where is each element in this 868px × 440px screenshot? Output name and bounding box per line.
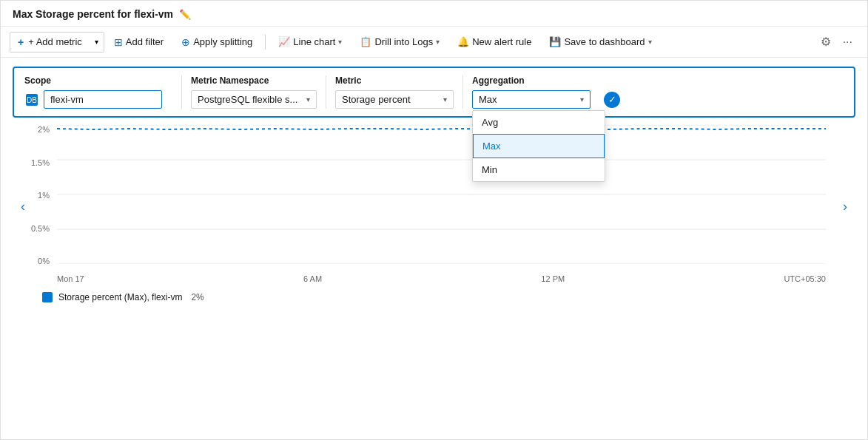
toolbar-right: ⚙ ··· <box>815 31 858 53</box>
aggregation-value: Max <box>479 94 497 105</box>
logs-icon: 📋 <box>360 36 371 47</box>
chevron-metric: ▾ <box>443 95 447 104</box>
ellipsis-icon: ··· <box>843 35 852 49</box>
metric-field: Metric Storage percent ▾ <box>335 75 454 109</box>
chevron-down-icon-3: ▾ <box>436 38 440 46</box>
dropdown-item-min[interactable]: Min <box>473 158 605 181</box>
settings-button[interactable]: ⚙ <box>815 31 837 53</box>
add-filter-button[interactable]: ⊞ Add filter <box>106 32 172 53</box>
y-label-15pct: 1.5% <box>24 158 54 167</box>
field-separator-2 <box>326 75 326 109</box>
legend-color-swatch <box>42 292 53 302</box>
chevron-down-icon: ▾ <box>95 38 98 46</box>
apply-splitting-button[interactable]: ⊕ Apply splitting <box>173 32 260 53</box>
apply-splitting-label: Apply splitting <box>193 36 252 47</box>
split-icon: ⊕ <box>181 36 190 48</box>
edit-title-icon[interactable]: ✏️ <box>179 9 191 20</box>
chart-svg <box>57 125 826 264</box>
dropdown-item-avg[interactable]: Avg <box>473 111 605 134</box>
line-chart-label: Line chart <box>293 36 335 47</box>
namespace-field: Metric Namespace PostgreSQL flexible s..… <box>191 75 317 109</box>
right-arrow-icon: › <box>843 199 847 214</box>
dropdown-item-max[interactable]: Max <box>473 134 605 158</box>
scope-label: Scope <box>24 75 172 86</box>
legend-area: Storage percent (Max), flexi-vm 2% <box>13 288 855 305</box>
plus-icon: + <box>18 36 24 48</box>
drill-logs-button[interactable]: 📋 Drill into Logs ▾ <box>351 32 448 52</box>
checkmark-icon: ✓ <box>608 94 616 105</box>
add-metric-label: + Add metric <box>28 36 82 47</box>
toolbar: + + Add metric ▾ ⊞ Add filter ⊕ Apply sp… <box>1 27 867 58</box>
svg-text:DB: DB <box>27 96 37 104</box>
namespace-select[interactable]: PostgreSQL flexible s... ▾ <box>191 90 317 109</box>
x-label-mon17: Mon 17 <box>57 274 84 283</box>
aggregation-field: Aggregation Max ▾ ✓ Avg Ma <box>472 75 620 109</box>
bell-icon: 🔔 <box>457 36 469 47</box>
new-alert-rule-button[interactable]: 🔔 New alert rule <box>449 32 539 52</box>
chart-nav-left[interactable]: ‹ <box>13 196 33 217</box>
scope-input[interactable] <box>44 90 162 109</box>
x-label-12pm: 12 PM <box>541 274 565 283</box>
chevron-namespace: ▾ <box>306 95 310 104</box>
left-arrow-icon: ‹ <box>21 199 25 214</box>
more-button[interactable]: ··· <box>837 32 858 53</box>
metric-config-row: Scope DB Metric Namespace PostgreSQL <box>13 67 855 118</box>
divider-1 <box>265 35 266 50</box>
scope-field: Scope DB <box>24 75 172 109</box>
y-label-2pct: 2% <box>24 125 54 134</box>
save-dashboard-label: Save to dashboard <box>564 36 645 47</box>
chart-nav-right[interactable]: › <box>835 196 855 217</box>
chevron-down-icon-2: ▾ <box>338 38 342 46</box>
chevron-aggregation: ▾ <box>580 95 584 104</box>
timezone-label: UTC+05:30 <box>784 274 826 283</box>
save-dashboard-button[interactable]: 💾 Save to dashboard ▾ <box>541 32 659 52</box>
add-filter-label: Add filter <box>126 36 164 47</box>
add-metric-group: + + Add metric ▾ <box>10 32 104 53</box>
chevron-down-icon-4: ▾ <box>648 38 652 46</box>
content-area: Scope DB Metric Namespace PostgreSQL <box>1 58 867 439</box>
y-label-05pct: 0.5% <box>24 224 54 233</box>
metric-label: Metric <box>335 75 454 86</box>
aggregation-select[interactable]: Max ▾ <box>472 90 591 109</box>
drill-logs-label: Drill into Logs <box>374 36 433 47</box>
aggregation-label: Aggregation <box>472 75 620 86</box>
gear-icon: ⚙ <box>821 35 831 49</box>
y-label-0pct: 0% <box>24 257 54 265</box>
aggregation-dropdown: Avg Max Min <box>472 110 605 182</box>
confirm-check[interactable]: ✓ <box>604 92 620 108</box>
line-chart-icon: 📈 <box>278 36 290 47</box>
legend-value: 2% <box>191 292 203 302</box>
x-label-6am: 6 AM <box>303 274 322 283</box>
namespace-label: Metric Namespace <box>191 75 317 86</box>
new-alert-label: New alert rule <box>472 36 531 47</box>
metric-select[interactable]: Storage percent ▾ <box>335 90 454 109</box>
filter-icon: ⊞ <box>114 36 123 48</box>
legend-label: Storage percent (Max), flexi-vm <box>58 292 182 302</box>
metric-value: Storage percent <box>342 94 411 105</box>
field-separator-1 <box>181 75 182 109</box>
chart-area: ‹ › 2% 1.5% 1% 0.5% 0% <box>13 125 855 288</box>
page-title: Max Storage percent for flexi-vm <box>13 8 173 20</box>
namespace-value: PostgreSQL flexible s... <box>198 94 297 105</box>
line-chart-button[interactable]: 📈 Line chart ▾ <box>270 32 350 52</box>
db-icon: DB <box>24 92 39 107</box>
save-icon: 💾 <box>549 36 561 47</box>
add-metric-dropdown-button[interactable]: ▾ <box>90 33 104 52</box>
field-separator-3 <box>462 75 463 109</box>
add-metric-button[interactable]: + + Add metric <box>10 33 90 52</box>
